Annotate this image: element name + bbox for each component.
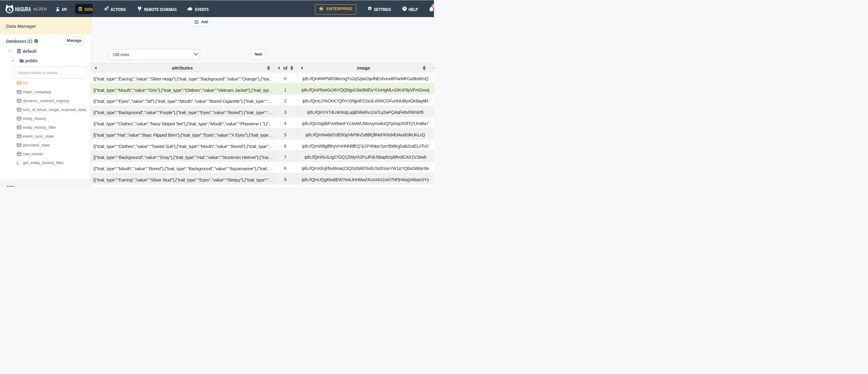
svg-text:λ: λ: [8, 8, 11, 12]
svg-text:?: ?: [403, 7, 405, 10]
